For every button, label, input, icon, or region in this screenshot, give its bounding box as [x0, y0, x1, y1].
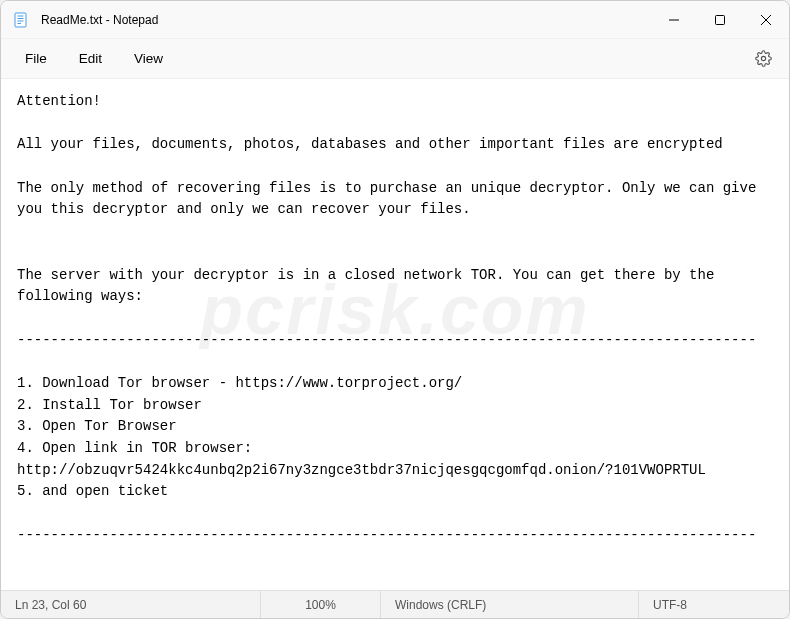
titlebar: ReadMe.txt - Notepad [1, 1, 789, 39]
menu-edit[interactable]: Edit [63, 45, 118, 72]
document-text: Attention! All your files, documents, ph… [17, 93, 765, 590]
minimize-button[interactable] [651, 1, 697, 38]
menu-view[interactable]: View [118, 45, 179, 72]
status-position: Ln 23, Col 60 [1, 591, 261, 618]
close-button[interactable] [743, 1, 789, 38]
window-title: ReadMe.txt - Notepad [41, 13, 651, 27]
svg-rect-0 [15, 13, 26, 27]
maximize-button[interactable] [697, 1, 743, 38]
notepad-window: ReadMe.txt - Notepad File Edit View Atte… [0, 0, 790, 619]
status-line-ending: Windows (CRLF) [381, 591, 639, 618]
window-controls [651, 1, 789, 38]
menu-file[interactable]: File [9, 45, 63, 72]
svg-point-9 [761, 56, 765, 60]
statusbar: Ln 23, Col 60 100% Windows (CRLF) UTF-8 [1, 590, 789, 618]
text-area[interactable]: Attention! All your files, documents, ph… [1, 79, 789, 590]
menubar: File Edit View [1, 39, 789, 79]
svg-rect-6 [716, 15, 725, 24]
status-encoding: UTF-8 [639, 591, 789, 618]
notepad-icon [13, 12, 29, 28]
status-zoom[interactable]: 100% [261, 591, 381, 618]
settings-button[interactable] [745, 43, 781, 75]
